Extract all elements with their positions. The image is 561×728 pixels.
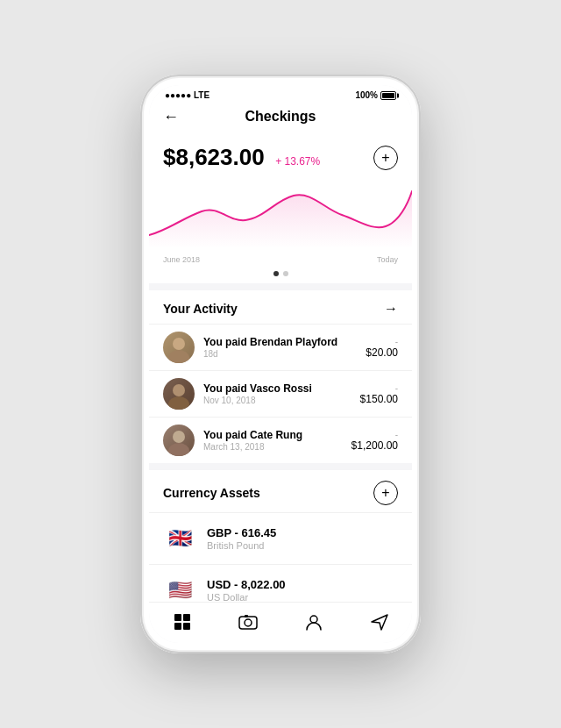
nav-camera-icon[interactable] xyxy=(236,610,260,634)
currency-section: Currency Assets + 🇬🇧 GBP - 616.45 Britis… xyxy=(149,470,412,602)
svg-point-11 xyxy=(245,619,252,626)
currency-info: GBP - 616.45 British Pound xyxy=(207,526,276,551)
activity-date: Nov 10, 2018 xyxy=(203,396,360,405)
chart-svg xyxy=(149,178,412,248)
activity-date: March 13, 2018 xyxy=(203,442,352,452)
dot-1[interactable] xyxy=(273,271,279,276)
activity-amount: $20.00 xyxy=(366,346,398,359)
currency-add-button[interactable]: + xyxy=(373,481,398,505)
main-scroll: $8,623.00 + 13.67% + xyxy=(149,135,412,602)
svg-rect-6 xyxy=(174,614,181,621)
activity-amount: $150.00 xyxy=(360,393,398,405)
currency-item[interactable]: 🇺🇸 USD - 8,022.00 US Dollar xyxy=(149,564,412,602)
status-bar: ●●●●● LTE 100% xyxy=(149,85,412,102)
carrier-label: ●●●●● LTE xyxy=(165,90,209,100)
phone-frame: ●●●●● LTE 100% ← Checkings $8,623.00 + 1… xyxy=(140,75,421,653)
currency-amount: GBP - 616.45 xyxy=(207,526,276,539)
svg-point-5 xyxy=(168,443,189,456)
status-right: 100% xyxy=(355,90,396,100)
activity-amount-block: - $20.00 xyxy=(366,337,398,359)
battery-icon xyxy=(380,91,396,100)
activity-dash: - xyxy=(352,430,398,439)
balance-change: + 13.67% xyxy=(275,155,320,168)
currency-info: USD - 8,022.00 US Dollar xyxy=(207,578,286,602)
page-header: ← Checkings xyxy=(149,102,412,135)
nav-send-icon[interactable] xyxy=(367,610,392,634)
usd-flag: 🇺🇸 xyxy=(163,574,196,602)
battery-percent: 100% xyxy=(355,90,378,100)
activity-info: You paid Vasco Rossi Nov 10, 2018 xyxy=(203,382,360,405)
activity-arrow[interactable]: → xyxy=(384,301,398,317)
balance-add-button[interactable]: + xyxy=(373,146,398,170)
avatar xyxy=(163,425,195,456)
avatar xyxy=(163,332,195,363)
currency-amount: USD - 8,022.00 xyxy=(207,578,286,591)
svg-point-2 xyxy=(173,384,185,396)
activity-amount: $1,200.00 xyxy=(352,439,398,452)
activity-item[interactable]: You paid Vasco Rossi Nov 10, 2018 - $150… xyxy=(149,370,412,417)
gbp-flag: 🇬🇧 xyxy=(163,522,196,555)
activity-item[interactable]: You paid Cate Rung March 13, 2018 - $1,2… xyxy=(149,417,412,463)
avatar xyxy=(163,378,195,410)
bottom-nav xyxy=(149,602,412,643)
activity-info: You paid Brendan Playford 18d xyxy=(203,336,366,359)
balance-section: $8,623.00 + 13.67% + xyxy=(149,135,412,171)
page-title: Checkings xyxy=(245,109,316,125)
activity-dash: - xyxy=(360,383,398,393)
balance-row: $8,623.00 + 13.67% + xyxy=(163,144,398,171)
chart-section: June 2018 Today xyxy=(149,171,412,268)
activity-name: You paid Vasco Rossi xyxy=(203,382,360,395)
activity-item[interactable]: You paid Brendan Playford 18d - $20.00 xyxy=(149,324,412,370)
currency-name: British Pound xyxy=(207,540,276,551)
svg-point-13 xyxy=(310,616,317,623)
pagination-dots xyxy=(149,268,412,283)
nav-profile-icon[interactable] xyxy=(302,610,326,634)
activity-date: 18d xyxy=(203,349,366,359)
svg-point-0 xyxy=(173,338,185,350)
activity-title: Your Activity xyxy=(163,302,238,316)
currency-header: Currency Assets + xyxy=(149,470,412,512)
back-button[interactable]: ← xyxy=(163,108,179,126)
chart-labels: June 2018 Today xyxy=(149,252,412,264)
activity-name: You paid Cate Rung xyxy=(203,429,352,441)
balance-left: $8,623.00 + 13.67% xyxy=(163,144,320,171)
svg-rect-10 xyxy=(239,617,257,629)
svg-point-1 xyxy=(168,350,189,363)
nav-home-icon[interactable] xyxy=(170,610,195,634)
currency-name: US Dollar xyxy=(207,592,286,602)
activity-amount-block: - $1,200.00 xyxy=(352,430,398,452)
chart-end-label: Today xyxy=(377,255,398,264)
chart-start-label: June 2018 xyxy=(163,255,200,264)
svg-rect-8 xyxy=(174,623,181,630)
currency-item[interactable]: 🇬🇧 GBP - 616.45 British Pound xyxy=(149,512,412,564)
svg-rect-9 xyxy=(183,623,190,630)
activity-amount-block: - $150.00 xyxy=(360,383,398,405)
svg-rect-7 xyxy=(183,614,190,621)
dot-2[interactable] xyxy=(283,271,288,276)
activity-name: You paid Brendan Playford xyxy=(203,336,366,348)
activity-section: Your Activity → You paid Brendan Playfor… xyxy=(149,290,412,463)
svg-point-3 xyxy=(168,396,189,410)
activity-header: Your Activity → xyxy=(149,290,412,324)
activity-dash: - xyxy=(366,337,398,346)
svg-rect-12 xyxy=(245,615,248,617)
balance-amount: $8,623.00 xyxy=(163,144,265,170)
activity-info: You paid Cate Rung March 13, 2018 xyxy=(203,429,352,452)
currency-title: Currency Assets xyxy=(163,486,260,500)
svg-point-4 xyxy=(173,431,185,443)
phone-screen: ●●●●● LTE 100% ← Checkings $8,623.00 + 1… xyxy=(149,85,412,643)
